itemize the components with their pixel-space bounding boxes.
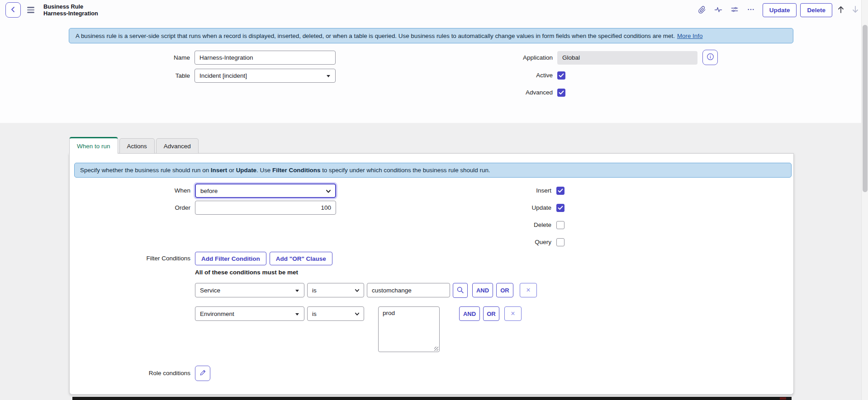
condition-field-select[interactable]: Service — [195, 283, 304, 297]
business-rule-form-page: Business Rule Harness-Integration Update… — [0, 0, 868, 400]
application-field: Global — [557, 51, 697, 65]
context-menu-icon[interactable] — [27, 7, 34, 13]
record-name-title: Harness-Integration — [43, 10, 98, 17]
tab-when-to-run[interactable]: When to run — [69, 137, 118, 154]
insert-checkbox[interactable] — [556, 187, 564, 195]
attachment-button[interactable] — [696, 4, 708, 16]
query-checkbox[interactable] — [556, 238, 564, 246]
form-header: Business Rule Harness-Integration Update… — [0, 0, 861, 20]
script-editor-red-mark — [780, 397, 786, 400]
when-label: When — [100, 184, 190, 198]
filter-add-buttons: Add Filter Condition Add "OR" Clause — [195, 252, 332, 265]
delete-button[interactable]: Delete — [800, 3, 832, 17]
condition-operator-select[interactable]: is — [307, 306, 364, 321]
when-to-run-panel: Specify whether the business rule should… — [69, 153, 794, 395]
condition-and-button[interactable]: AND — [472, 283, 493, 297]
order-input[interactable] — [195, 201, 336, 215]
tab-strip: When to run Actions Advanced — [69, 137, 200, 153]
info-circle-icon — [707, 53, 714, 62]
arrow-down-icon — [852, 5, 859, 15]
scroll-down-button[interactable] — [849, 4, 861, 16]
condition-value-textarea[interactable]: prod — [378, 306, 440, 352]
table-label: Table — [100, 69, 190, 83]
condition-operator-value: is — [312, 287, 317, 294]
filter-conditions-label: Filter Conditions — [100, 252, 190, 265]
active-label: Active — [462, 68, 553, 82]
role-conditions-label: Role conditions — [100, 366, 190, 381]
chevron-left-icon — [10, 6, 16, 14]
table-select-value: Incident [incident] — [199, 72, 247, 79]
condition-value-input[interactable] — [367, 283, 450, 297]
role-conditions-edit-button[interactable] — [195, 366, 210, 381]
more-options-button[interactable] — [745, 4, 757, 16]
order-label: Order — [100, 201, 190, 215]
magnifier-icon — [456, 286, 464, 295]
info-banner-text: A business rule is a server-side script … — [76, 33, 675, 39]
chevron-down-icon — [354, 287, 360, 295]
condition-search-button[interactable] — [453, 283, 468, 298]
insert-label: Insert — [461, 184, 551, 198]
tab-actions[interactable]: Actions — [119, 138, 155, 153]
sliders-icon — [730, 5, 739, 15]
dropdown-triangle-icon — [295, 290, 299, 292]
update-label: Update — [461, 201, 551, 215]
tab-advanced[interactable]: Advanced — [156, 138, 199, 153]
condition-operator-value: is — [312, 311, 317, 317]
active-checkbox[interactable] — [557, 71, 565, 80]
condition-and-button[interactable]: AND — [459, 306, 480, 321]
pencil-icon — [199, 369, 206, 378]
condition-operator-select[interactable]: is — [307, 283, 364, 297]
when-select[interactable]: before — [195, 184, 336, 198]
update-button[interactable]: Update — [763, 3, 797, 17]
dropdown-triangle-icon — [327, 75, 330, 77]
add-or-clause-button[interactable]: Add "OR" Clause — [270, 252, 332, 265]
name-input[interactable] — [194, 51, 336, 65]
add-filter-condition-button[interactable]: Add Filter Condition — [195, 252, 266, 265]
condition-or-button[interactable]: OR — [483, 306, 499, 321]
name-label: Name — [100, 51, 190, 65]
delete-checkbox[interactable] — [556, 221, 564, 229]
chevron-down-icon — [354, 311, 360, 318]
scroll-up-button[interactable] — [835, 4, 847, 16]
script-editor-edge — [72, 397, 792, 400]
dropdown-triangle-icon — [295, 313, 299, 315]
condition-remove-button[interactable]: × — [520, 283, 537, 297]
activity-stream-button[interactable] — [712, 4, 725, 16]
condition-field-value: Service — [200, 287, 220, 294]
when-tab-banner: Specify whether the business rule should… — [74, 163, 792, 178]
delete-label: Delete — [461, 218, 551, 232]
condition-remove-button[interactable]: × — [504, 306, 522, 321]
info-banner: A business rule is a server-side script … — [69, 28, 793, 43]
arrow-up-icon — [837, 5, 844, 15]
chevron-down-icon — [325, 188, 332, 196]
ellipsis-icon — [747, 5, 755, 15]
paperclip-icon — [698, 5, 706, 15]
table-select[interactable]: Incident [incident] — [194, 69, 336, 83]
advanced-label: Advanced — [462, 85, 553, 99]
when-select-value: before — [200, 188, 218, 194]
pulse-icon — [714, 5, 722, 15]
condition-or-button[interactable]: OR — [496, 283, 513, 297]
advanced-checkbox[interactable] — [557, 89, 565, 97]
back-button[interactable] — [5, 2, 21, 18]
personalize-form-button[interactable] — [728, 4, 741, 16]
scrollbar-thumb[interactable] — [863, 25, 868, 192]
record-type-title: Business Rule — [43, 3, 98, 10]
condition-field-select[interactable]: Environment — [195, 306, 304, 321]
record-title: Business Rule Harness-Integration — [43, 3, 98, 17]
update-checkbox[interactable] — [556, 204, 564, 212]
when-tab-banner-text: Specify whether the business rule should… — [80, 167, 490, 174]
condition-field-value: Environment — [200, 311, 234, 317]
query-label: Query — [461, 235, 551, 249]
application-info-button[interactable] — [702, 50, 718, 65]
application-label: Application — [462, 51, 553, 65]
page-scrollbar[interactable] — [861, 0, 868, 400]
conditions-match-text: All of these conditions must be met — [195, 269, 298, 276]
more-info-link[interactable]: More Info — [677, 33, 703, 39]
